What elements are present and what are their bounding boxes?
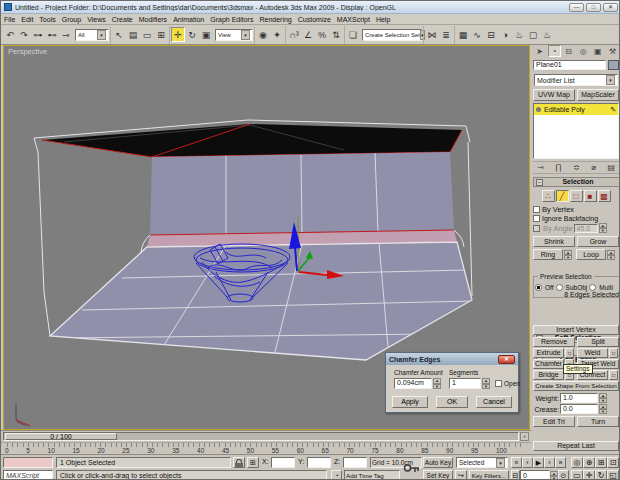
menu-item[interactable]: Views bbox=[84, 16, 109, 23]
object-name-field[interactable]: Plane01 bbox=[533, 60, 606, 70]
set-key-mode-icon[interactable] bbox=[403, 460, 420, 477]
make-unique-icon[interactable]: ≎ bbox=[573, 163, 580, 172]
auto-key-button[interactable]: Auto Key bbox=[423, 457, 453, 468]
menu-item[interactable]: Create bbox=[109, 16, 136, 23]
play-button[interactable]: ▶ bbox=[533, 457, 544, 468]
mapscaler-button[interactable]: MapScaler bbox=[577, 89, 619, 101]
dialog-close-icon[interactable]: ✕ bbox=[498, 355, 515, 364]
macro-recorder-field[interactable] bbox=[3, 457, 53, 468]
grow-button[interactable]: Grow bbox=[577, 236, 619, 247]
extrude-button[interactable]: Extrude bbox=[533, 348, 564, 358]
maximize-viewport-icon[interactable]: ◱ bbox=[607, 470, 619, 480]
zoom-extents-all-icon[interactable]: ⊡ bbox=[607, 457, 619, 468]
mirror-icon[interactable]: ⋈ bbox=[425, 27, 439, 42]
key-selection-dropdown[interactable]: Selected▾ bbox=[456, 457, 508, 468]
tab-hierarchy[interactable]: ⊟ bbox=[562, 45, 575, 57]
quick-render-icon[interactable]: ♨ bbox=[540, 27, 554, 42]
menu-item[interactable]: Animation bbox=[170, 16, 207, 23]
new-key-icon[interactable]: ↪ bbox=[455, 470, 467, 480]
ring-button[interactable]: Ring bbox=[533, 249, 563, 260]
create-shape-button[interactable]: Create Shape From Selection bbox=[533, 381, 619, 391]
selection-lock-icon[interactable] bbox=[233, 457, 245, 468]
weight-spinner[interactable]: ▲▼ bbox=[599, 393, 607, 403]
arc-rotate-icon[interactable]: ↻ bbox=[595, 470, 607, 480]
by-vertex-checkbox[interactable]: By Vertex bbox=[533, 205, 619, 214]
split-button[interactable]: Split bbox=[577, 337, 619, 347]
render-setup-icon[interactable]: ♨ bbox=[512, 27, 526, 42]
viewport-label[interactable]: Perspective bbox=[8, 47, 47, 56]
unlink-selection-icon[interactable]: ⊷ bbox=[45, 27, 59, 42]
ignore-backfacing-checkbox[interactable]: Ignore Backfacing bbox=[533, 214, 619, 223]
insert-vertex-button[interactable]: Insert Vertex bbox=[533, 325, 619, 335]
zoom-all-icon[interactable]: ⊕ bbox=[583, 457, 595, 468]
absolute-offset-toggle-icon[interactable]: ⊞ bbox=[247, 457, 259, 468]
by-angle-checkbox[interactable]: By Angle 45.0 ▲▼ bbox=[533, 223, 619, 233]
menu-item[interactable]: Graph Editors bbox=[207, 16, 256, 23]
time-slider-handle[interactable]: 0 / 100 bbox=[5, 433, 117, 440]
menu-item[interactable]: Rendering bbox=[256, 16, 294, 23]
pin-stack-icon[interactable]: ⊸ bbox=[537, 163, 544, 172]
chamfer-button[interactable]: Chamfer bbox=[533, 359, 564, 369]
zoom-icon[interactable]: ◎ bbox=[571, 457, 583, 468]
reference-coordinate-dropdown[interactable]: View▾ bbox=[215, 29, 253, 41]
crease-spinner[interactable]: ▲▼ bbox=[599, 404, 607, 414]
rollout-selection[interactable]: −Selection bbox=[533, 177, 620, 187]
minimize-button[interactable]: — bbox=[569, 3, 584, 12]
curve-editor-icon[interactable]: ∿ bbox=[470, 27, 484, 42]
percent-snap-icon[interactable]: % bbox=[315, 27, 329, 42]
chamfer-amount-field[interactable]: 0.094cm bbox=[394, 378, 432, 389]
ok-button[interactable]: OK bbox=[436, 396, 468, 408]
connect-settings-icon[interactable]: □ bbox=[609, 370, 618, 380]
time-configuration-icon[interactable]: ⊙ bbox=[558, 470, 569, 480]
select-and-link-icon[interactable]: ⊶ bbox=[31, 27, 45, 42]
select-and-rotate-icon[interactable]: ↻ bbox=[185, 27, 199, 42]
loop-spinner[interactable]: ▲▼ bbox=[607, 250, 615, 260]
select-object-icon[interactable]: ↖ bbox=[112, 27, 126, 42]
time-tag-clock-icon[interactable]: ◔ bbox=[331, 470, 342, 480]
track-bar[interactable]: 0510152025303540455055606570758085909510… bbox=[1, 442, 531, 454]
select-and-move-icon[interactable]: ✛ bbox=[171, 27, 185, 42]
remove-modifier-icon[interactable]: ⌀ bbox=[591, 163, 596, 172]
turn-button[interactable]: Turn bbox=[577, 416, 619, 427]
go-to-end-button[interactable]: » bbox=[555, 457, 566, 468]
maxscript-mini-listener[interactable]: MAXScript bbox=[3, 470, 53, 480]
y-coordinate-field[interactable] bbox=[307, 457, 331, 468]
vertex-subobject-icon[interactable]: ∴ bbox=[542, 190, 555, 202]
previous-frame-button[interactable]: ‹ bbox=[522, 457, 533, 468]
stack-item-editable-poly[interactable]: Editable Poly ✎ bbox=[534, 104, 618, 115]
menu-item[interactable]: Customize bbox=[295, 16, 334, 23]
select-and-manipulate-icon[interactable]: ✦ bbox=[270, 27, 284, 42]
tab-utilities[interactable]: ⚒ bbox=[606, 45, 619, 57]
weld-settings-icon[interactable]: □ bbox=[609, 348, 618, 358]
uvw-map-button[interactable]: UVW Map bbox=[533, 89, 575, 101]
rectangular-selection-region-icon[interactable]: ▭ bbox=[140, 27, 154, 42]
time-mode-icon[interactable]: ⊟ bbox=[511, 470, 520, 480]
shrink-button[interactable]: Shrink bbox=[533, 236, 575, 247]
loop-button[interactable]: Loop bbox=[576, 249, 606, 260]
named-selection-set-dropdown[interactable]: Create Selection Set▾ bbox=[362, 29, 422, 41]
time-slider-track[interactable]: 0 / 100 bbox=[3, 432, 519, 441]
tab-create[interactable]: ➤ bbox=[533, 45, 546, 57]
zoom-extents-icon[interactable]: ⊞ bbox=[595, 457, 607, 468]
repeat-last-button[interactable]: Repeat Last bbox=[533, 441, 619, 451]
dialog-title-bar[interactable]: Chamfer Edges ✕ bbox=[386, 353, 518, 365]
remove-button[interactable]: Remove bbox=[533, 337, 575, 347]
tab-modify[interactable]: ◔ bbox=[548, 45, 561, 57]
menu-item[interactable]: Tools bbox=[36, 16, 58, 23]
add-time-tag[interactable]: Add Time Tag bbox=[344, 470, 400, 480]
tab-motion[interactable]: ◎ bbox=[577, 45, 590, 57]
crease-field[interactable]: 0.0 bbox=[560, 404, 598, 414]
chamfer-amount-spinner[interactable]: ▲▼ bbox=[433, 378, 441, 389]
extrude-settings-icon[interactable]: □ bbox=[565, 348, 574, 358]
bind-to-spacewarp-icon[interactable]: ⊸ bbox=[59, 27, 73, 42]
border-subobject-icon[interactable]: □ bbox=[570, 190, 583, 202]
rendered-frame-window-icon[interactable]: ▢ bbox=[526, 27, 540, 42]
frame-spinner[interactable]: ▲▼ bbox=[550, 471, 558, 480]
next-frame-nub[interactable]: › bbox=[520, 432, 529, 441]
edit-named-selection-sets-icon[interactable]: ❏ bbox=[346, 27, 360, 42]
menu-item[interactable]: Group bbox=[59, 16, 84, 23]
window-crossing-icon[interactable]: ⊞ bbox=[154, 27, 168, 42]
angle-snap-icon[interactable]: ∠ bbox=[301, 27, 315, 42]
menu-item[interactable]: File bbox=[1, 16, 18, 23]
tab-display[interactable]: ▣ bbox=[591, 45, 604, 57]
